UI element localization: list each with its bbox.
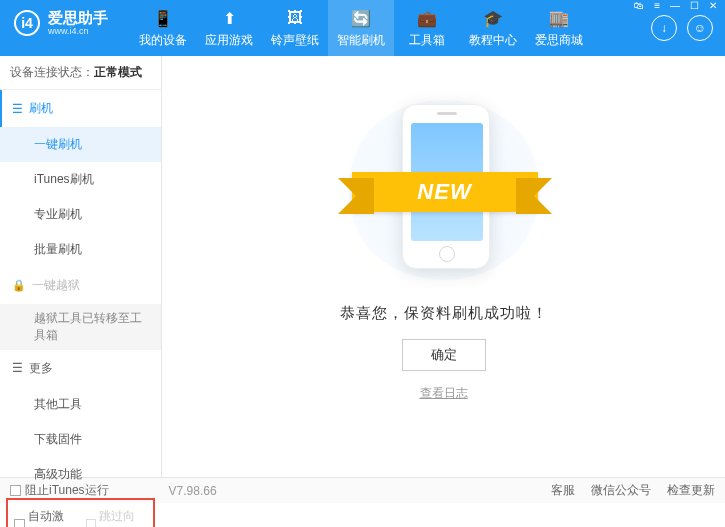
store-icon: 🏬 (548, 7, 570, 29)
close-icon[interactable]: ✕ (707, 0, 719, 13)
flash-icon: 🔄 (350, 7, 372, 29)
jailbreak-moved-note: 越狱工具已转移至工具箱 (0, 304, 161, 350)
nav-apps-games[interactable]: ⬆应用游戏 (196, 0, 262, 56)
maximize-icon[interactable]: ☐ (688, 0, 701, 13)
sidebar-group-more[interactable]: ☰更多 (0, 350, 161, 387)
sidebar-item-download-firmware[interactable]: 下载固件 (0, 422, 161, 457)
footer-link-wechat[interactable]: 微信公众号 (591, 482, 651, 499)
checkbox-auto-activate[interactable]: 自动激活 (14, 508, 76, 527)
app-subtitle: www.i4.cn (48, 27, 108, 37)
toolbox-icon: 💼 (416, 7, 438, 29)
activation-options: 自动激活 跳过向导 (6, 498, 155, 527)
main-content: NEW 恭喜您，保资料刷机成功啦！ 确定 查看日志 (162, 56, 725, 477)
nav-tutorials[interactable]: 🎓教程中心 (460, 0, 526, 56)
shopping-icon[interactable]: 🛍 (632, 0, 646, 13)
sidebar: 设备连接状态：正常模式 ☰刷机 一键刷机 iTunes刷机 专业刷机 批量刷机 … (0, 56, 162, 477)
sidebar-group-jailbreak: 🔒一键越狱 (0, 267, 161, 304)
success-illustration: NEW (344, 86, 544, 286)
connection-status: 设备连接状态：正常模式 (0, 56, 161, 90)
phone-icon: 📱 (152, 7, 174, 29)
app-logo: i4 爱思助手 www.i4.cn (14, 10, 108, 36)
success-message: 恭喜您，保资料刷机成功啦！ (340, 304, 548, 323)
nav-my-device[interactable]: 📱我的设备 (130, 0, 196, 56)
sidebar-item-pro-flash[interactable]: 专业刷机 (0, 197, 161, 232)
download-button[interactable]: ↓ (651, 15, 677, 41)
version-label: V7.98.66 (169, 484, 217, 498)
sidebar-item-batch-flash[interactable]: 批量刷机 (0, 232, 161, 267)
footer-link-cs[interactable]: 客服 (551, 482, 575, 499)
nav-ringtones[interactable]: 🖼铃声壁纸 (262, 0, 328, 56)
lock-icon: 🔒 (12, 279, 26, 292)
nav-store[interactable]: 🏬爱思商城 (526, 0, 592, 56)
nav-toolbox[interactable]: 💼工具箱 (394, 0, 460, 56)
book-icon: 🎓 (482, 7, 504, 29)
user-button[interactable]: ☺ (687, 15, 713, 41)
view-log-link[interactable]: 查看日志 (420, 385, 468, 402)
sidebar-item-other-tools[interactable]: 其他工具 (0, 387, 161, 422)
image-icon: 🖼 (284, 7, 306, 29)
new-ribbon: NEW (352, 172, 538, 212)
footer-link-update[interactable]: 检查更新 (667, 482, 715, 499)
chevron-down-icon: ☰ (12, 102, 23, 116)
sidebar-item-itunes-flash[interactable]: iTunes刷机 (0, 162, 161, 197)
app-title: 爱思助手 (48, 10, 108, 27)
ok-button[interactable]: 确定 (402, 339, 486, 371)
menu-icon[interactable]: ≡ (652, 0, 662, 13)
minimize-icon[interactable]: — (668, 0, 682, 13)
menu-icon: ☰ (12, 361, 23, 375)
checkbox-block-itunes[interactable]: 阻止iTunes运行 (10, 482, 109, 499)
sidebar-group-flash[interactable]: ☰刷机 (0, 90, 161, 127)
nav-smart-flash[interactable]: 🔄智能刷机 (328, 0, 394, 56)
main-navbar: i4 爱思助手 www.i4.cn 📱我的设备 ⬆应用游戏 🖼铃声壁纸 🔄智能刷… (0, 0, 725, 56)
logo-icon: i4 (14, 10, 40, 36)
sidebar-item-onekey-flash[interactable]: 一键刷机 (0, 127, 161, 162)
checkbox-skip-guide: 跳过向导 (86, 508, 148, 527)
app-header: i4 爱思助手 www.i4.cn 📱我的设备 ⬆应用游戏 🖼铃声壁纸 🔄智能刷… (0, 0, 725, 56)
apps-icon: ⬆ (218, 7, 240, 29)
